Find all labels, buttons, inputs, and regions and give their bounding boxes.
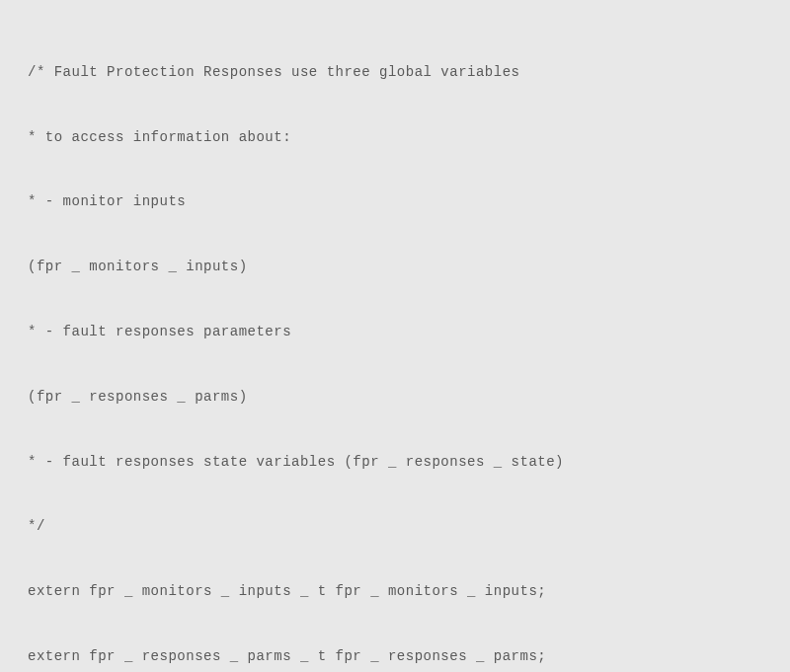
code-line: * - fault responses parameters — [28, 316, 762, 348]
code-line: */ — [28, 510, 762, 543]
code-line: extern fpr _ monitors _ inputs _ t fpr _… — [28, 575, 762, 608]
code-line: * - monitor inputs — [28, 186, 762, 218]
code-line: /* Fault Protection Responses use three … — [28, 56, 762, 89]
code-line: * to access information about: — [28, 121, 762, 154]
code-line: * - fault responses state variables (fpr… — [28, 446, 762, 479]
code-block: /* Fault Protection Responses use three … — [28, 24, 762, 672]
code-line: (fpr _ monitors _ inputs) — [28, 251, 762, 283]
code-line: (fpr _ responses _ parms) — [28, 381, 762, 413]
code-line: extern fpr _ responses _ parms _ t fpr _… — [28, 640, 762, 672]
